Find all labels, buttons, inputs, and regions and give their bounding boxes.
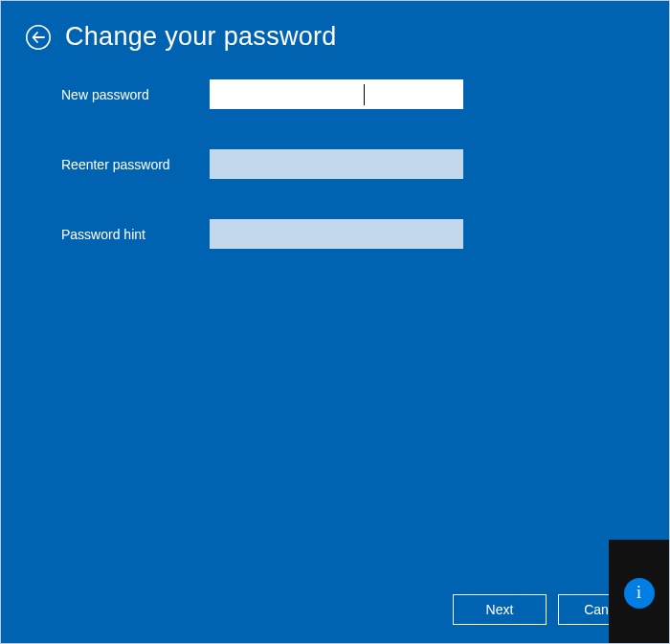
next-button[interactable]: Next — [453, 594, 547, 625]
row-reenter-password: Reenter password — [61, 149, 463, 179]
info-overlay: i — [609, 540, 669, 643]
label-password-hint: Password hint — [61, 227, 210, 242]
back-arrow-icon[interactable] — [25, 24, 52, 51]
info-glyph: i — [636, 583, 641, 603]
reenter-password-input[interactable] — [210, 149, 463, 179]
input-wrap-new-password — [210, 79, 463, 109]
label-reenter-password: Reenter password — [61, 157, 210, 172]
label-new-password: New password — [61, 87, 210, 102]
row-password-hint: Password hint — [61, 219, 463, 249]
new-password-input[interactable] — [210, 79, 463, 109]
info-icon[interactable]: i — [624, 578, 655, 609]
text-caret — [364, 84, 365, 105]
page-title: Change your password — [65, 22, 337, 52]
row-new-password: New password — [61, 79, 463, 109]
change-password-screen: Change your password New password Reente… — [0, 0, 670, 644]
password-form: New password Reenter password Password h… — [61, 79, 463, 289]
header: Change your password — [25, 22, 337, 52]
password-hint-input[interactable] — [210, 219, 463, 249]
